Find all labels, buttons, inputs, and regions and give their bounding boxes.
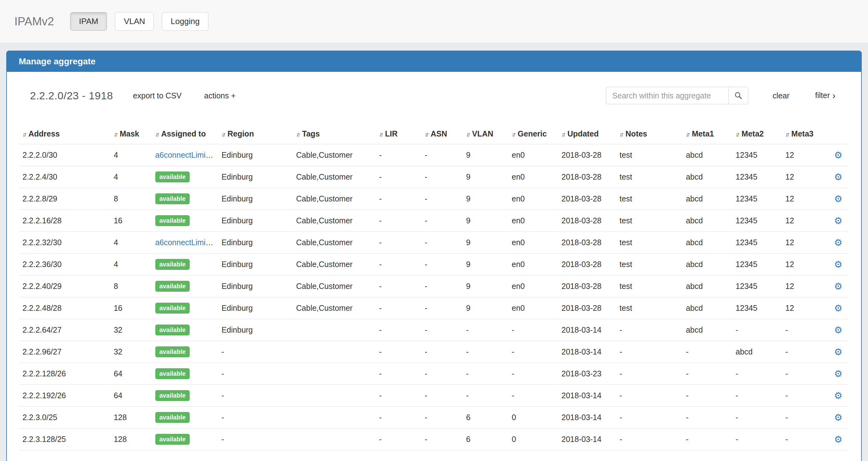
cell-updated: 2018-03-14 bbox=[558, 429, 617, 450]
cell-notes: test bbox=[617, 210, 683, 232]
cell-lir: - bbox=[376, 144, 422, 166]
clear-search-link[interactable]: clear bbox=[773, 91, 789, 100]
cell-lir: - bbox=[376, 166, 422, 188]
table-row: 2.2.2.32/304a6connectLimite...EdinburgCa… bbox=[19, 232, 849, 254]
cell-vlan: 9 bbox=[463, 166, 509, 188]
cell-lir: - bbox=[376, 407, 422, 429]
column-header-updated[interactable]: ↓↑Updated bbox=[558, 124, 617, 144]
search-input[interactable] bbox=[606, 87, 728, 104]
cell-tags bbox=[293, 385, 376, 407]
cell-region: - bbox=[218, 341, 293, 363]
cell-tags bbox=[293, 341, 376, 363]
column-header-meta1[interactable]: ↓↑Meta1 bbox=[683, 124, 733, 144]
available-status-badge[interactable]: available bbox=[155, 259, 190, 270]
column-header-address[interactable]: ↓↑Address bbox=[19, 124, 111, 144]
tab-ipam[interactable]: IPAM bbox=[70, 12, 107, 31]
tab-logging[interactable]: Logging bbox=[162, 12, 208, 31]
row-settings-gear-icon[interactable]: ⚙ bbox=[834, 216, 842, 226]
column-header-label: Meta1 bbox=[692, 129, 714, 138]
cell-meta3: 12 bbox=[782, 275, 828, 297]
row-settings-gear-icon[interactable]: ⚙ bbox=[834, 390, 842, 401]
cell-vlan: - bbox=[463, 319, 509, 341]
cell-notes: test bbox=[617, 232, 683, 254]
cell-address: 2.2.2.4/30 bbox=[19, 166, 111, 188]
tab-vlan[interactable]: VLAN bbox=[115, 12, 154, 31]
row-settings-gear-icon[interactable]: ⚙ bbox=[834, 347, 842, 357]
cell-generic: - bbox=[509, 363, 558, 385]
column-header-region[interactable]: ↓↑Region bbox=[218, 124, 293, 144]
cell-meta1: - bbox=[683, 429, 733, 450]
column-header-tags[interactable]: ↓↑Tags bbox=[293, 124, 376, 144]
actions-menu-link[interactable]: actions + bbox=[204, 91, 236, 100]
export-csv-link[interactable]: export to CSV bbox=[133, 91, 182, 100]
cell-address: 2.2.2.36/30 bbox=[19, 254, 111, 275]
available-status-badge[interactable]: available bbox=[155, 193, 190, 204]
cell-lir: - bbox=[376, 429, 422, 450]
available-status-badge[interactable]: available bbox=[155, 281, 190, 292]
available-status-badge[interactable]: available bbox=[155, 215, 190, 226]
row-settings-gear-icon[interactable]: ⚙ bbox=[834, 368, 842, 379]
row-settings-gear-icon[interactable]: ⚙ bbox=[834, 434, 842, 444]
available-status-badge[interactable]: available bbox=[155, 412, 190, 423]
row-settings-gear-icon[interactable]: ⚙ bbox=[834, 237, 842, 248]
cell-vlan: - bbox=[463, 341, 509, 363]
cell-actions: ⚙ bbox=[828, 385, 849, 407]
cell-region: Edinburg bbox=[218, 319, 293, 341]
cell-generic: en0 bbox=[509, 188, 558, 210]
column-header-meta2[interactable]: ↓↑Meta2 bbox=[733, 124, 782, 144]
cell-mask: 128 bbox=[111, 429, 152, 450]
cell-region: Edinburg bbox=[218, 275, 293, 297]
cell-region: Edinburg bbox=[218, 210, 293, 232]
column-header-generic[interactable]: ↓↑Generic bbox=[509, 124, 558, 144]
cell-asn: - bbox=[422, 275, 463, 297]
row-settings-gear-icon[interactable]: ⚙ bbox=[834, 325, 842, 335]
cell-region: Edinburg bbox=[218, 188, 293, 210]
row-settings-gear-icon[interactable]: ⚙ bbox=[834, 194, 842, 204]
row-settings-gear-icon[interactable]: ⚙ bbox=[834, 259, 842, 269]
column-header-asn[interactable]: ↓↑ASN bbox=[422, 124, 463, 144]
cell-notes: - bbox=[617, 341, 683, 363]
row-settings-gear-icon[interactable]: ⚙ bbox=[834, 412, 842, 423]
table-row: 2.2.2.0/304a6connectLimite...EdinburgCab… bbox=[19, 144, 849, 166]
table-header-row: ↓↑Address↓↑Mask↓↑Assigned to↓↑Region↓↑Ta… bbox=[19, 124, 849, 144]
column-header-notes[interactable]: ↓↑Notes bbox=[617, 124, 683, 144]
available-status-badge[interactable]: available bbox=[155, 347, 190, 357]
cell-actions: ⚙ bbox=[828, 341, 849, 363]
column-header-assigned-to[interactable]: ↓↑Assigned to bbox=[152, 124, 218, 144]
available-status-badge[interactable]: available bbox=[155, 171, 190, 183]
cell-meta3: - bbox=[782, 341, 828, 363]
cell-vlan: - bbox=[463, 363, 509, 385]
sort-icon: ↓↑ bbox=[425, 131, 428, 138]
cell-meta2: - bbox=[733, 407, 782, 429]
column-header-mask[interactable]: ↓↑Mask bbox=[111, 124, 152, 144]
column-header-vlan[interactable]: ↓↑VLAN bbox=[463, 124, 509, 144]
row-settings-gear-icon[interactable]: ⚙ bbox=[834, 172, 842, 182]
cell-notes: - bbox=[617, 319, 683, 341]
cell-region: - bbox=[218, 385, 293, 407]
cell-updated: 2018-03-14 bbox=[558, 385, 617, 407]
cell-notes: test bbox=[617, 188, 683, 210]
available-status-badge[interactable]: available bbox=[155, 303, 190, 314]
search-button[interactable] bbox=[728, 87, 748, 104]
row-settings-gear-icon[interactable]: ⚙ bbox=[834, 303, 842, 313]
column-header-label: Region bbox=[227, 129, 254, 138]
available-status-badge[interactable]: available bbox=[155, 434, 190, 445]
cell-address: 2.2.2.192/26 bbox=[19, 385, 111, 407]
column-header-meta3[interactable]: ↓↑Meta3 bbox=[782, 124, 828, 144]
top-navbar: IPAMv2 IPAM VLAN Logging bbox=[0, 0, 868, 43]
filter-link[interactable]: filter› bbox=[815, 90, 836, 101]
cell-meta1: abcd bbox=[683, 188, 733, 210]
cell-lir: - bbox=[376, 188, 422, 210]
table-row: 2.2.2.48/2816availableEdinburgCable,Cust… bbox=[19, 297, 849, 319]
row-settings-gear-icon[interactable]: ⚙ bbox=[834, 281, 842, 291]
available-status-badge[interactable]: available bbox=[155, 325, 190, 335]
row-settings-gear-icon[interactable]: ⚙ bbox=[834, 150, 842, 160]
available-status-badge[interactable]: available bbox=[155, 368, 190, 379]
cell-address: 2.2.2.96/27 bbox=[19, 341, 111, 363]
cell-generic: en0 bbox=[509, 144, 558, 166]
cell-updated: 2018-03-28 bbox=[558, 210, 617, 232]
assigned-resource-link[interactable]: a6connectLimite... bbox=[155, 238, 218, 247]
column-header-lir[interactable]: ↓↑LIR bbox=[376, 124, 422, 144]
assigned-resource-link[interactable]: a6connectLimite... bbox=[155, 151, 218, 159]
available-status-badge[interactable]: available bbox=[155, 390, 190, 401]
